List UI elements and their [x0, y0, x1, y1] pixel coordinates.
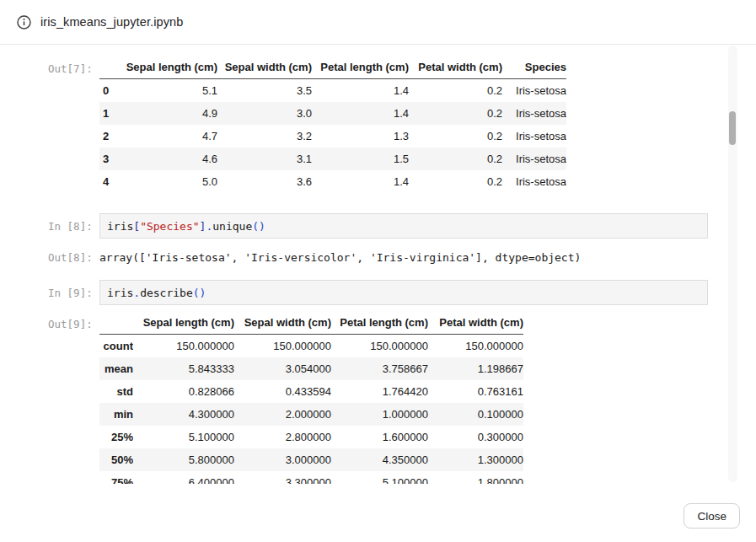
cell-value: 4.300000	[133, 403, 234, 426]
cell-value: 0.433594	[234, 380, 331, 403]
cell-out7-body: Sepal length (cm)Sepal width (cm)Petal l…	[99, 56, 756, 193]
row-index: min	[99, 403, 133, 426]
cell-value: 1.4	[312, 102, 409, 125]
row-index: mean	[99, 357, 133, 380]
cell-value: 5.0	[125, 170, 217, 193]
scrollbar-thumb[interactable]	[729, 111, 736, 145]
cell-out9: Out[9]: Sepal length (cm)Sepal width (cm…	[0, 311, 756, 484]
cell-value: 1.4	[312, 79, 409, 103]
row-index: 25%	[99, 426, 133, 448]
table-row: 25%5.1000002.8000001.6000000.300000	[99, 426, 523, 448]
cell-value: 1.764420	[331, 380, 428, 403]
cell-value: 5.100000	[331, 471, 428, 484]
cell-value: 0.2	[409, 170, 502, 193]
cell-value: 2.800000	[234, 426, 331, 448]
cell-value: 0.300000	[428, 426, 523, 448]
column-header: Sepal length (cm)	[125, 56, 217, 79]
column-header: Petal width (cm)	[428, 311, 523, 335]
table-row: count150.000000150.000000150.000000150.0…	[99, 335, 523, 358]
cell-value: 4.9	[125, 102, 217, 125]
code-line-in8: iris["Species"].unique()	[107, 220, 265, 233]
code-cell-in8: iris["Species"].unique()	[99, 213, 708, 239]
cell-value: 4.6	[125, 148, 217, 170]
table-row: 34.63.11.50.2Iris-setosa	[99, 148, 566, 170]
cell-value: 5.1	[125, 79, 217, 103]
row-index: 4	[99, 170, 125, 193]
code-token-paren: ()	[252, 220, 265, 233]
table-row: 75%6.4000003.3000005.1000001.800000	[99, 471, 523, 484]
cell-value: Iris-setosa	[502, 148, 566, 170]
cell-value: Iris-setosa	[502, 170, 566, 193]
column-header: Petal length (cm)	[312, 56, 409, 79]
cell-in8: In [8]: iris["Species"].unique()	[0, 213, 756, 239]
cell-value: 0.828066	[133, 380, 234, 403]
row-index: 3	[99, 148, 125, 170]
cell-value: 0.100000	[428, 403, 523, 426]
code-cell-in9: iris.describe()	[99, 280, 708, 305]
code-token-op: .	[133, 287, 140, 299]
cell-value: 4.7	[125, 125, 217, 148]
table-row: mean5.8433333.0540003.7586671.198667	[99, 357, 523, 380]
dialog-title: iris_kmeans_jupyter.ipynb	[40, 15, 183, 29]
iris-describe-dataframe: Sepal length (cm)Sepal width (cm)Petal l…	[99, 311, 523, 484]
cell-value: 1.3	[312, 125, 409, 148]
table-row: 05.13.51.40.2Iris-setosa	[99, 79, 566, 103]
table-row: 45.03.61.40.2Iris-setosa	[99, 170, 566, 193]
cell-value: 0.2	[409, 148, 502, 170]
cell-out9-body: Sepal length (cm)Sepal width (cm)Petal l…	[99, 311, 756, 484]
scrollbar-track[interactable]	[728, 46, 737, 482]
row-index: 1	[99, 102, 125, 125]
cell-value: 1.198667	[428, 357, 523, 380]
cell-value: Iris-setosa	[502, 125, 566, 148]
cell-value: 5.843333	[133, 357, 234, 380]
cell-in9-body: iris.describe()	[99, 280, 756, 305]
cell-value: 0.2	[409, 79, 502, 103]
code-token-string: "Species"	[140, 220, 199, 233]
cell-out8-body: array(['Iris-setosa', 'Iris-versicolor',…	[99, 244, 756, 264]
cell-value: 1.300000	[428, 448, 523, 471]
cell-value: 1.5	[312, 148, 409, 170]
row-index: 0	[99, 79, 125, 103]
cell-value: 3.054000	[234, 357, 331, 380]
array-output-text: array(['Iris-setosa', 'Iris-versicolor',…	[99, 244, 756, 264]
cell-value: 3.758667	[331, 357, 428, 380]
cell-value: 3.0	[217, 102, 312, 125]
iris-head-dataframe: Sepal length (cm)Sepal width (cm)Petal l…	[99, 56, 566, 193]
cell-value: Iris-setosa	[502, 102, 566, 125]
prompt-in9: In [9]:	[0, 280, 99, 299]
dialog-header: iris_kmeans_jupyter.ipynb	[0, 0, 756, 45]
code-token-plain: iris	[107, 220, 133, 233]
header-row: Sepal length (cm)Sepal width (cm)Petal l…	[99, 311, 523, 335]
row-index: 50%	[99, 448, 133, 471]
cell-value: 150.000000	[234, 335, 331, 358]
column-header: Sepal width (cm)	[234, 311, 331, 335]
column-header: Species	[502, 56, 566, 79]
code-token-plain: describe	[140, 287, 193, 299]
cell-value: 0.763161	[428, 380, 523, 403]
info-icon	[17, 15, 31, 30]
cell-value: 1.4	[312, 170, 409, 193]
row-index: std	[99, 380, 133, 403]
cell-value: 6.400000	[133, 471, 234, 484]
cell-value: 150.000000	[428, 335, 523, 358]
table-row: 14.93.01.40.2Iris-setosa	[99, 102, 566, 125]
row-index: count	[99, 335, 133, 358]
close-button[interactable]: Close	[684, 503, 740, 529]
cell-value: 1.800000	[428, 471, 523, 484]
code-token-plain: iris	[107, 287, 133, 299]
column-header	[99, 56, 125, 79]
code-token-bracket: [	[133, 220, 140, 233]
prompt-out7: Out[7]:	[0, 56, 99, 75]
cell-value: 150.000000	[331, 335, 428, 358]
cell-in8-body: iris["Species"].unique()	[99, 213, 756, 239]
cell-value: 0.2	[409, 125, 502, 148]
cell-value: 5.100000	[133, 426, 234, 448]
column-header: Sepal width (cm)	[217, 56, 312, 79]
cell-value: 3.1	[217, 148, 312, 170]
column-header: Petal length (cm)	[331, 311, 428, 335]
prompt-out8: Out[8]:	[0, 244, 99, 264]
cell-value: 0.2	[409, 102, 502, 125]
cell-value: 150.000000	[133, 335, 234, 358]
cell-value: 3.5	[217, 79, 312, 103]
row-index: 2	[99, 125, 125, 148]
